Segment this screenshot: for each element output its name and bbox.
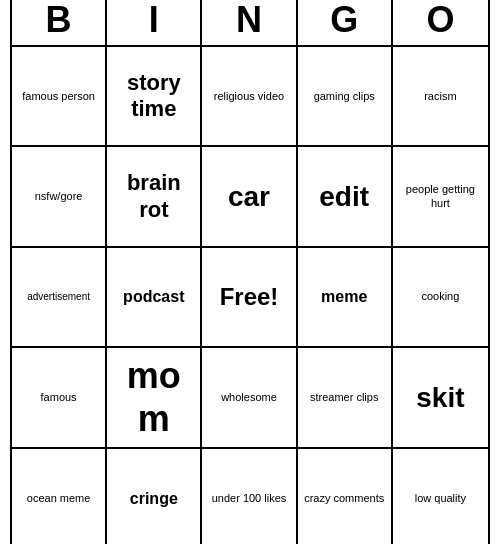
cell-13: Free! [202,248,297,348]
cell-21: ocean meme [12,449,107,544]
cell-19: streamer clips [298,348,393,448]
cell-6: nsfw/gore [12,147,107,247]
cell-7: brain rot [107,147,202,247]
cell-12: podcast [107,248,202,348]
header-n: N [202,0,297,45]
cell-5: racism [393,47,488,147]
cell-11: advertisement [12,248,107,348]
cell-14: meme [298,248,393,348]
cell-24: crazy comments [298,449,393,544]
cell-3: religious video [202,47,297,147]
cell-16: famous [12,348,107,448]
cell-15: cooking [393,248,488,348]
cell-4: gaming clips [298,47,393,147]
cell-10: people getting hurt [393,147,488,247]
cell-20: skit [393,348,488,448]
header-i: I [107,0,202,45]
cell-18: wholesome [202,348,297,448]
header-g: G [298,0,393,45]
cell-22: cringe [107,449,202,544]
cell-9: edit [298,147,393,247]
header-b: B [12,0,107,45]
header-o: O [393,0,488,45]
cell-1: famous person [12,47,107,147]
cell-23: under 100 likes [202,449,297,544]
cell-25: low quality [393,449,488,544]
bingo-grid: famous person story time religious video… [12,47,488,544]
cell-8: car [202,147,297,247]
cell-17: mom [107,348,202,448]
cell-2: story time [107,47,202,147]
bingo-card: B I N G O famous person story time relig… [10,0,490,544]
bingo-header: B I N G O [12,0,488,47]
